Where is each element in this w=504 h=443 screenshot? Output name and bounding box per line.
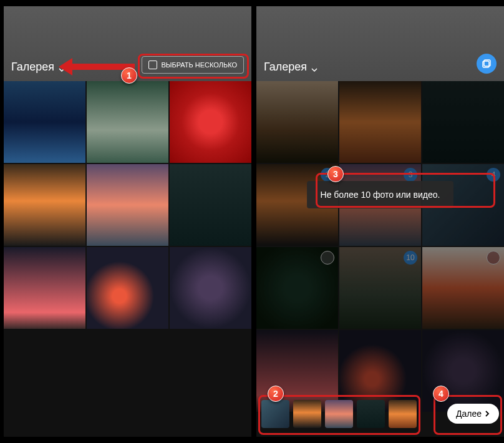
selection-badge: 10	[404, 251, 417, 265]
dropdown-label: Галерея	[264, 61, 307, 74]
gallery-dropdown[interactable]: Галерея	[264, 61, 318, 74]
header: Галерея	[256, 6, 504, 81]
gallery-dropdown[interactable]: Галерея	[11, 61, 65, 74]
tray-thumbnail[interactable]	[293, 400, 321, 428]
photo-tile[interactable]	[170, 247, 251, 329]
photo-tile[interactable]	[170, 81, 251, 163]
photo-tile[interactable]	[422, 81, 504, 163]
photo-tile[interactable]	[339, 81, 421, 163]
photo-tile[interactable]	[170, 164, 251, 246]
annotation-step-4: 4	[433, 386, 449, 402]
annotation-step-1: 1	[121, 67, 137, 84]
photo-tile[interactable]	[4, 164, 85, 246]
photo-tile[interactable]	[87, 81, 168, 163]
select-multiple-button[interactable]: ВЫБРАТЬ НЕСКОЛЬКО	[142, 56, 244, 74]
screen-left: Галерея ВЫБРАТЬ НЕСКОЛЬКО 1	[4, 6, 251, 437]
photo-tile[interactable]	[256, 247, 338, 329]
dropdown-label: Галерея	[11, 61, 54, 74]
stack-icon	[482, 59, 492, 69]
chevron-down-icon	[311, 64, 318, 71]
photo-tile[interactable]	[4, 81, 85, 163]
selection-badge-disabled	[487, 251, 500, 265]
selection-badge-empty	[321, 251, 334, 265]
select-multiple-label: ВЫБРАТЬ НЕСКОЛЬКО	[161, 61, 237, 69]
checkbox-icon	[148, 61, 157, 69]
screen-right: Галерея 2 3 4 10	[256, 6, 504, 437]
chevron-right-icon	[484, 411, 490, 417]
tray-thumbnail[interactable]	[389, 400, 417, 428]
selection-badge: 4	[487, 168, 500, 182]
tray-thumbnail[interactable]	[325, 400, 353, 428]
photo-tile[interactable]	[422, 247, 504, 329]
tray-thumbnail[interactable]	[357, 400, 385, 428]
photo-grid	[4, 81, 251, 329]
next-label: Далее	[456, 409, 482, 419]
multi-select-active-button[interactable]	[477, 54, 497, 74]
photo-tile[interactable]	[256, 81, 338, 163]
toast-message: Не более 10 фото или видео.	[307, 181, 454, 208]
tray-thumbnail[interactable]	[261, 400, 289, 428]
photo-tile[interactable]: 10	[339, 247, 421, 329]
photo-tile[interactable]	[87, 247, 168, 329]
annotation-step-3: 3	[327, 166, 344, 182]
photo-grid: 2 3 4 10	[256, 81, 504, 412]
selection-badge: 3	[404, 168, 417, 182]
next-button[interactable]: Далее	[447, 404, 499, 424]
annotation-step-2: 2	[268, 386, 284, 402]
selection-tray: Далее	[261, 396, 499, 432]
photo-tile[interactable]	[4, 247, 85, 329]
photo-tile[interactable]	[87, 164, 168, 246]
